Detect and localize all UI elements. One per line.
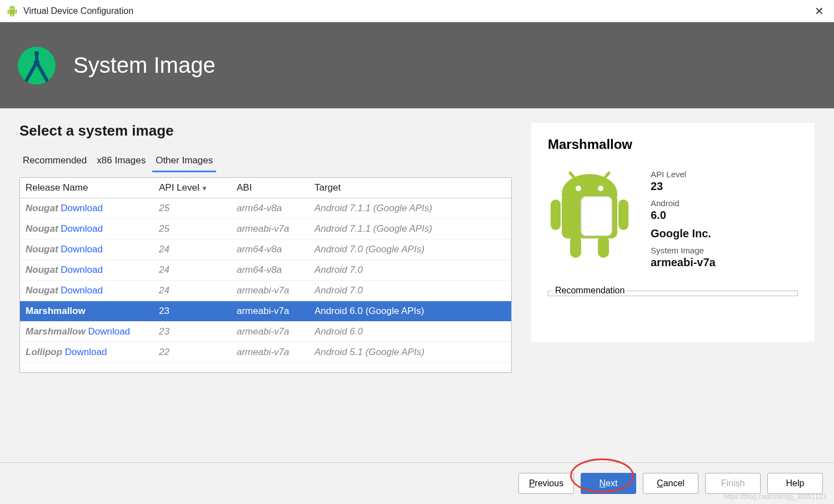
cell-api: 24	[153, 239, 231, 260]
svg-point-2	[34, 51, 39, 56]
download-link[interactable]: Download	[61, 285, 103, 296]
table-row[interactable]: Nougat Download24armeabi-v7aAndroid 7.0	[20, 281, 511, 301]
release-name: Marshmallow	[26, 326, 86, 337]
download-link[interactable]: Download	[61, 244, 103, 255]
svg-point-9	[576, 186, 581, 191]
cell-api: 25	[153, 219, 231, 239]
svg-rect-8	[598, 236, 609, 258]
finish-button: Finish	[705, 473, 761, 494]
download-link[interactable]: Download	[61, 223, 103, 234]
cell-target: Android 7.0	[309, 260, 511, 281]
table-row[interactable]: Marshmallow23armeabi-v7aAndroid 6.0 (Goo…	[20, 301, 511, 322]
help-button[interactable]: Help	[767, 473, 823, 494]
cell-abi: arm64-v8a	[231, 239, 309, 260]
cell-abi: armeabi-v7a	[231, 342, 309, 363]
col-target[interactable]: Target	[309, 178, 511, 198]
cancel-button[interactable]: Cancel	[643, 473, 698, 494]
cell-target: Android 7.0	[309, 281, 511, 301]
release-name: Nougat	[26, 244, 58, 255]
svg-rect-6	[618, 199, 628, 230]
release-name: Marshmallow	[26, 306, 86, 316]
table-row[interactable]: Nougat Download24arm64-v8aAndroid 7.0 (G…	[20, 239, 511, 260]
release-name: Nougat	[26, 223, 58, 234]
recommendation-box: Recommendation	[548, 286, 798, 296]
cell-api: 23	[153, 301, 231, 322]
next-button[interactable]: Next	[581, 473, 636, 494]
android-version-value: 6.0	[651, 209, 798, 222]
cell-api: 24	[153, 281, 231, 301]
api-level-value: 23	[651, 180, 798, 193]
close-icon[interactable]: ✕	[811, 4, 827, 18]
cell-abi: armeabi-v7a	[231, 322, 309, 342]
download-link[interactable]: Download	[61, 265, 103, 275]
cell-api: 22	[153, 342, 231, 363]
release-name: Nougat	[26, 203, 58, 213]
wizard-footer: Previous Next Cancel Finish Help	[0, 462, 834, 504]
col-api-level[interactable]: API Level	[153, 178, 231, 198]
vendor-value: Google Inc.	[651, 227, 798, 240]
download-link[interactable]: Download	[61, 203, 103, 213]
android-mascot-icon	[548, 166, 640, 266]
android-label: Android	[651, 198, 798, 208]
svg-rect-13	[581, 197, 612, 236]
cell-target: Android 6.0 (Google APIs)	[309, 301, 511, 322]
table-row[interactable]: Nougat Download25arm64-v8aAndroid 7.1.1 …	[20, 198, 511, 219]
system-image-value: armeabi-v7a	[651, 256, 798, 269]
table-row[interactable]: Nougat Download25armeabi-v7aAndroid 7.1.…	[20, 219, 511, 239]
tabs: Recommended x86 Images Other Images	[19, 151, 512, 173]
release-name: Nougat	[26, 265, 58, 275]
download-link[interactable]: Download	[65, 347, 107, 357]
cell-api: 23	[153, 322, 231, 342]
banner-title: System Image	[73, 53, 216, 78]
cell-abi: arm64-v8a	[231, 260, 309, 281]
cell-abi: arm64-v8a	[231, 198, 309, 219]
android-studio-icon	[7, 6, 18, 17]
previous-button[interactable]: Previous	[518, 473, 574, 494]
recommendation-label: Recommendation	[553, 286, 627, 296]
cell-api: 25	[153, 198, 231, 219]
svg-point-1	[34, 59, 39, 65]
cell-api: 24	[153, 260, 231, 281]
system-image-table[interactable]: Release Name API Level ABI Target Nougat…	[19, 177, 512, 373]
api-level-label: API Level	[651, 169, 798, 179]
table-row[interactable]: Marshmallow Download23armeabi-v7aAndroid…	[20, 322, 511, 342]
svg-rect-5	[551, 199, 561, 230]
page-heading: Select a system image	[19, 122, 512, 139]
svg-point-10	[598, 186, 603, 191]
cell-target: Android 7.1.1 (Google APIs)	[309, 219, 511, 239]
cell-abi: armeabi-v7a	[231, 301, 309, 322]
window-title: Virtual Device Configuration	[23, 6, 811, 16]
download-link[interactable]: Download	[88, 326, 130, 337]
android-studio-logo	[17, 46, 57, 86]
release-name: Lollipop	[26, 347, 62, 357]
cell-abi: armeabi-v7a	[231, 219, 309, 239]
cell-target: Android 7.0 (Google APIs)	[309, 239, 511, 260]
header-banner: System Image	[0, 22, 834, 108]
cell-target: Android 5.1 (Google APIs)	[309, 342, 511, 363]
release-name: Nougat	[26, 285, 58, 296]
window-titlebar: Virtual Device Configuration ✕	[0, 0, 834, 22]
table-row[interactable]: Nougat Download24arm64-v8aAndroid 7.0	[20, 260, 511, 281]
system-image-label: System Image	[651, 246, 798, 255]
col-abi[interactable]: ABI	[231, 178, 309, 198]
table-row[interactable]: Lollipop Download22armeabi-v7aAndroid 5.…	[20, 342, 511, 363]
detail-title: Marshmallow	[548, 137, 798, 152]
col-release-name[interactable]: Release Name	[20, 178, 153, 198]
cell-abi: armeabi-v7a	[231, 281, 309, 301]
detail-panel: Marshmallow API Level	[531, 122, 815, 342]
cell-target: Android 7.1.1 (Google APIs)	[309, 198, 511, 219]
svg-rect-7	[570, 236, 581, 258]
tab-recommended[interactable]: Recommended	[19, 151, 90, 172]
tab-other-images[interactable]: Other Images	[152, 151, 216, 172]
tab-x86-images[interactable]: x86 Images	[93, 151, 149, 172]
cell-target: Android 6.0	[309, 322, 511, 342]
